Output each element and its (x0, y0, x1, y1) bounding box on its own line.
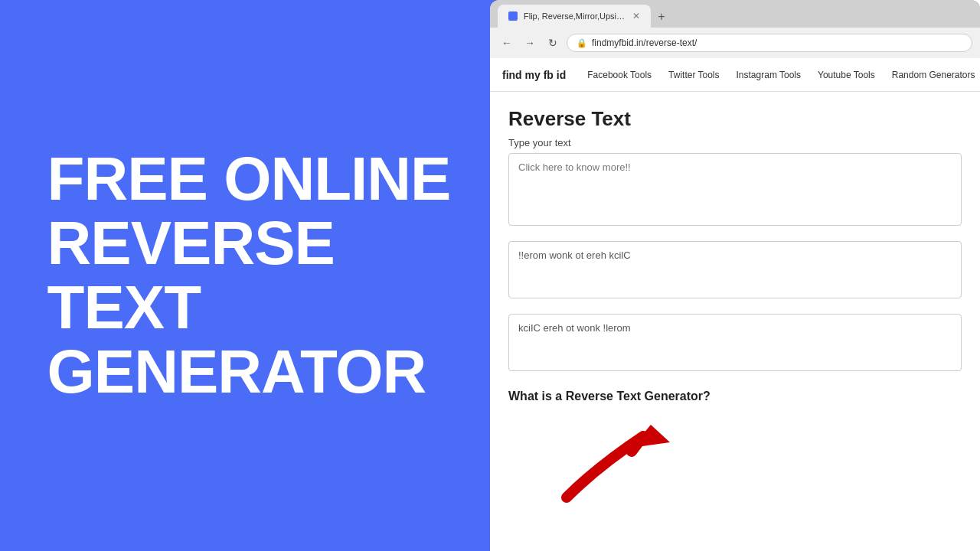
section-heading: What is a Reverse Text Generator? (508, 390, 962, 403)
site-nav: find my fb id Facebook Tools Twitter Too… (490, 58, 980, 92)
nav-item-youtube[interactable]: Youtube Tools (810, 65, 883, 85)
nav-item-twitter[interactable]: Twitter Tools (661, 65, 727, 85)
tab-favicon (508, 11, 518, 21)
tab-label: Flip, Reverse,Mirror,Upside Dow... (524, 11, 626, 21)
browser-tabs: Flip, Reverse,Mirror,Upside Dow... ✕ + (490, 0, 980, 28)
text-input[interactable] (508, 153, 962, 226)
browser-toolbar: ← → ↻ 🔒 findmyfbid.in/reverse-text/ (490, 28, 980, 58)
nav-item-instagram[interactable]: Instagram Tools (729, 65, 809, 85)
page-content: Reverse Text Type your text !!erom wonk … (490, 92, 980, 551)
page-title: Reverse Text (508, 107, 962, 131)
active-tab[interactable]: Flip, Reverse,Mirror,Upside Dow... ✕ (498, 5, 651, 28)
new-tab-button[interactable]: + (651, 6, 672, 28)
refresh-button[interactable]: ↻ (544, 34, 562, 52)
url-text: findmyfbid.in/reverse-text/ (592, 37, 697, 48)
reversed-output-1[interactable]: !!erom wonk ot ereh kcilC (508, 241, 962, 298)
nav-item-facebook[interactable]: Facebook Tools (580, 65, 659, 85)
browser-chrome: Flip, Reverse,Mirror,Upside Dow... ✕ + ←… (490, 0, 980, 58)
address-bar[interactable]: 🔒 findmyfbid.in/reverse-text/ (567, 34, 972, 52)
back-button[interactable]: ← (498, 34, 516, 52)
reversed-output-2[interactable]: kciIC ereh ot wonk !lerom (508, 314, 962, 371)
forward-button[interactable]: → (521, 34, 539, 52)
input-label: Type your text (508, 137, 962, 148)
hero-title: FREE ONLINE REVERSE TEXT GENERATOR (47, 147, 451, 404)
site-logo[interactable]: find my fb id (502, 69, 566, 81)
left-panel: FREE ONLINE REVERSE TEXT GENERATOR (0, 0, 498, 551)
browser-window: Flip, Reverse,Mirror,Upside Dow... ✕ + ←… (490, 0, 980, 551)
nav-item-random[interactable]: Random Generators (884, 65, 980, 85)
lock-icon: 🔒 (577, 38, 587, 48)
tab-close-button[interactable]: ✕ (632, 11, 640, 21)
